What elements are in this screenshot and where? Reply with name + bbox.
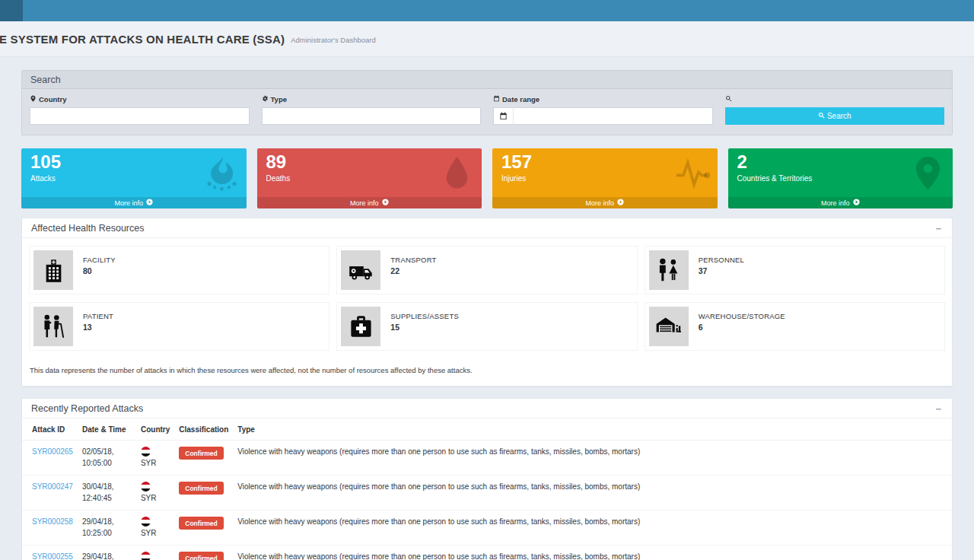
attacks-panel-title: Recently Reported Attacks (31, 403, 143, 414)
map-marker-icon (910, 155, 946, 191)
arrow-circle-icon (382, 199, 389, 207)
pulse-icon (675, 155, 711, 191)
col-header-date-time: Date & Time (78, 418, 136, 441)
resource-item-supplies: SUPPLIES/ASSETS 15 (336, 302, 637, 351)
stat-card-deaths: 89 Deaths More info (257, 148, 482, 208)
calendar-addon-icon (493, 107, 513, 125)
col-header-classification: Classification (174, 418, 233, 441)
collapse-icon[interactable]: − (934, 224, 943, 234)
resources-note: This data represents the number of attac… (22, 358, 952, 386)
arrow-circle-icon (146, 199, 153, 207)
navbar-logo-segment[interactable] (0, 0, 23, 21)
attack-id-link[interactable]: SYR000247 (32, 482, 73, 491)
blood-drop-icon (439, 155, 475, 191)
search-panel-title: Search (22, 71, 952, 89)
attack-id-link[interactable]: SYR000258 (32, 517, 73, 526)
stat-card-attacks: 105 Attacks More info (21, 148, 247, 208)
attack-type-text: Violence with heavy weapons (requires mo… (233, 511, 952, 546)
date-range-field-group: Date range (493, 95, 713, 125)
resource-value: 15 (390, 323, 459, 332)
search-panel: Search Country Type Date range (21, 70, 953, 135)
attack-type-text: Violence with heavy weapons (requires mo… (233, 546, 952, 560)
resource-item-personnel: PERSONNEL 37 (645, 246, 945, 294)
classification-badge: Confirmed (179, 482, 224, 495)
col-header-attack-id: Attack ID (22, 418, 78, 441)
syria-flag-icon (141, 552, 151, 560)
resource-label: FACILITY (83, 256, 116, 264)
resource-label: WAREHOUSE/STORAGE (699, 312, 785, 320)
search-button-label: Search (827, 112, 851, 120)
more-info-link-deaths[interactable]: More info (257, 197, 482, 208)
table-row: SYR000247 30/04/18,12:40:45 SYR Confirme… (22, 476, 952, 511)
resource-label: SUPPLIES/ASSETS (390, 312, 459, 320)
table-row: SYR000258 29/04/18,10:25:00 SYR Confirme… (22, 511, 952, 546)
table-row: SYR000265 02/05/18,10:05:00 SYR Confirme… (22, 441, 952, 476)
arrow-circle-icon (853, 199, 860, 207)
classification-badge: Confirmed (179, 447, 224, 460)
explosion-fire-icon (204, 155, 240, 191)
syria-flag-icon (141, 447, 151, 457)
col-header-country: Country (136, 418, 174, 441)
resource-item-patient: PATIENT 13 (29, 302, 329, 351)
col-header-type: Type (233, 418, 952, 441)
date-range-label: Date range (502, 95, 540, 103)
resource-item-transport: TRANSPORT 22 (336, 246, 637, 294)
stats-row: 105 Attacks More info 89 Deaths More inf… (21, 148, 953, 208)
resource-value: 6 (699, 323, 785, 332)
table-row: SYR000255 29/04/18,10:05:15 SYR Confirme… (22, 546, 952, 560)
classification-badge: Confirmed (179, 517, 224, 530)
attack-type-text: Violence with heavy weapons (requires mo… (233, 476, 952, 511)
resource-item-facility: FACILITY 80 (29, 246, 329, 294)
attacks-panel: Recently Reported Attacks − Attack ID Da… (21, 398, 953, 560)
syria-flag-icon (141, 482, 151, 492)
stat-card-injuries: 157 Injuries More info (492, 148, 718, 208)
resource-label: PATIENT (83, 312, 113, 320)
page-subtitle: Administrator's Dashboard (291, 36, 376, 44)
syria-flag-icon (141, 517, 151, 527)
more-info-link-attacks[interactable]: More info (21, 197, 247, 208)
search-button[interactable]: Search (725, 107, 945, 125)
classification-badge: Confirmed (179, 552, 224, 560)
first-aid-kit-icon (341, 307, 380, 346)
resource-value: 37 (699, 266, 744, 275)
magnifier-icon (725, 95, 732, 103)
resource-label: PERSONNEL (699, 256, 744, 264)
resource-item-warehouse: WAREHOUSE/STORAGE 6 (645, 302, 945, 351)
resource-value: 13 (83, 323, 113, 332)
search-action-group: Search (725, 95, 945, 125)
title-bar: E SYSTEM FOR ATTACKS ON HEALTH CARE (SSA… (0, 21, 974, 57)
attacks-table: Attack ID Date & Time Country Classifica… (22, 418, 952, 560)
date-range-input[interactable] (513, 107, 713, 125)
warehouse-icon (649, 307, 689, 346)
resource-value: 80 (83, 266, 116, 275)
attack-type-text: Violence with heavy weapons (requires mo… (233, 441, 952, 476)
patient-cane-icon (33, 307, 73, 346)
attack-id-link[interactable]: SYR000265 (32, 447, 73, 456)
hospital-icon (33, 250, 73, 290)
magnifier-icon (818, 112, 825, 120)
resources-panel-title: Affected Health Resources (31, 223, 144, 234)
attack-id-link[interactable]: SYR000255 (32, 552, 73, 560)
arrow-circle-icon (617, 199, 624, 207)
country-field-group: Country (30, 95, 250, 125)
more-info-link-injuries[interactable]: More info (492, 197, 718, 208)
page-title: E SYSTEM FOR ATTACKS ON HEALTH CARE (SSA… (0, 33, 285, 46)
cog-icon (262, 95, 269, 103)
resource-value: 22 (390, 266, 436, 275)
resources-panel: Affected Health Resources − FACILITY 80 … (21, 218, 953, 387)
main-content: Search Country Type Date range (0, 57, 974, 560)
ambulance-icon (341, 250, 380, 290)
country-input[interactable] (30, 107, 250, 125)
collapse-icon[interactable]: − (934, 404, 943, 414)
stat-card-countries: 2 Countries & Territories More info (728, 148, 953, 208)
map-marker-icon (30, 95, 37, 103)
resource-label: TRANSPORT (390, 256, 436, 264)
more-info-link-countries[interactable]: More info (728, 197, 953, 208)
calendar-icon (493, 95, 500, 103)
type-label: Type (271, 95, 287, 103)
country-label: Country (39, 95, 66, 103)
type-field-group: Type (262, 95, 482, 125)
top-navbar (0, 0, 974, 21)
type-input[interactable] (262, 107, 482, 125)
people-icon (649, 250, 689, 290)
